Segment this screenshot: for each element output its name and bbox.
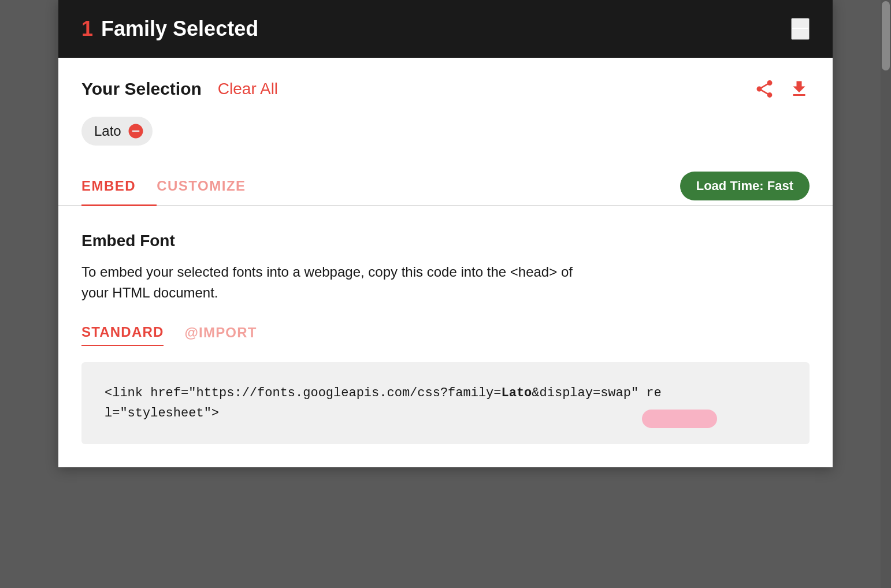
code-line1-start: <link href="https://fonts.googleapis.com…	[105, 386, 502, 400]
content-area: Embed Font To embed your selected fonts …	[58, 206, 833, 467]
code-font-name: Lato	[502, 386, 532, 400]
font-chip-name: Lato	[94, 123, 121, 139]
minimize-button[interactable]: —	[791, 18, 810, 40]
selection-icons	[754, 79, 810, 99]
font-chip-lato: Lato	[81, 117, 153, 146]
code-block: <link href="https://fonts.googleapis.com…	[81, 362, 810, 444]
clear-all-button[interactable]: Clear All	[218, 80, 278, 98]
pink-highlight	[642, 410, 717, 428]
selection-title: Your Selection	[81, 79, 202, 99]
selection-left: Your Selection Clear All	[81, 79, 278, 99]
header-bar: 1 Family Selected —	[58, 0, 833, 58]
remove-font-button[interactable]	[127, 122, 144, 140]
share-icon	[754, 79, 775, 99]
family-selected-label: Family Selected	[101, 17, 258, 41]
minimize-icon: —	[792, 18, 808, 36]
font-chips-container: Lato	[81, 117, 810, 146]
embed-font-title: Embed Font	[81, 232, 810, 250]
code-line1-end: &display=swap" re	[532, 386, 661, 400]
selection-header: Your Selection Clear All	[81, 79, 810, 99]
main-panel: 1 Family Selected — Your Selection Clear…	[58, 0, 833, 467]
tab-customize[interactable]: CUSTOMIZE	[157, 166, 266, 206]
download-icon	[789, 79, 810, 99]
embed-description: To embed your selected fonts into a webp…	[81, 262, 602, 303]
scrollbar[interactable]	[881, 0, 891, 588]
sub-tab-standard[interactable]: STANDARD	[81, 324, 164, 346]
code-line2: l="stylesheet">	[105, 406, 219, 420]
scroll-thumb[interactable]	[882, 1, 890, 70]
tabs-left: EMBED CUSTOMIZE	[81, 166, 267, 205]
sub-tabs: STANDARD @IMPORT	[81, 324, 810, 346]
remove-icon	[127, 122, 144, 140]
selection-area: Your Selection Clear All	[58, 58, 833, 146]
load-time-badge: Load Time: Fast	[680, 172, 810, 200]
tab-embed[interactable]: EMBED	[81, 166, 157, 206]
share-button[interactable]	[754, 79, 775, 99]
header-title: 1 Family Selected	[81, 17, 258, 41]
family-count: 1	[81, 17, 93, 41]
tabs-row: EMBED CUSTOMIZE Load Time: Fast	[58, 166, 833, 206]
sub-tab-import[interactable]: @IMPORT	[184, 324, 257, 346]
left-edge-indicator	[0, 266, 10, 300]
download-button[interactable]	[789, 79, 810, 99]
